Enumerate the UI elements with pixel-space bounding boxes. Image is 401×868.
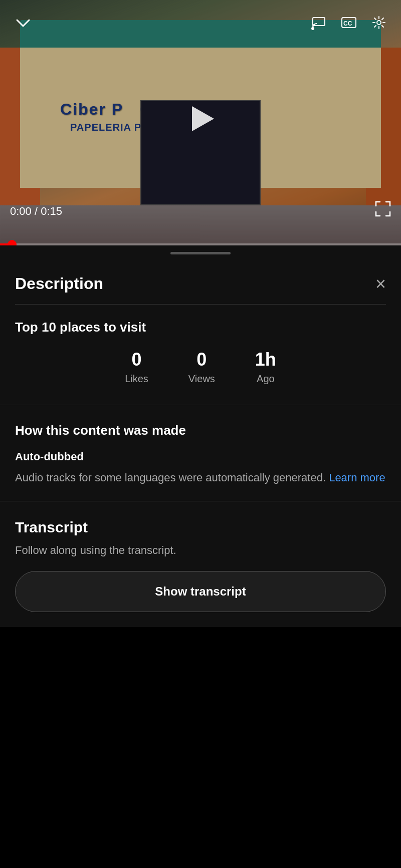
settings-icon[interactable] <box>371 15 387 34</box>
views-count: 0 <box>196 349 207 370</box>
video-player[interactable]: Ciber P OYO PAPELERIA PACPYA <box>0 0 401 245</box>
progress-dot <box>8 240 17 245</box>
content-made-heading: How this content was made <box>15 423 386 438</box>
views-label: Views <box>188 373 215 385</box>
content-made-section: How this content was made Auto-dubbed Au… <box>15 405 386 501</box>
cc-icon[interactable]: CC <box>341 15 357 34</box>
fullscreen-icon[interactable] <box>375 201 391 220</box>
drag-handle-bar <box>170 252 231 254</box>
stats-row: 0 Likes 0 Views 1h Ago <box>15 349 386 405</box>
transcript-section: Transcript Follow along using the transc… <box>15 501 386 627</box>
show-transcript-button[interactable]: Show transcript <box>15 571 386 612</box>
svg-point-1 <box>312 28 314 30</box>
svg-text:CC: CC <box>343 20 352 27</box>
video-title: Top 10 places to visit <box>15 305 386 349</box>
auto-dubbed-description: Audio tracks for some languages were aut… <box>15 469 386 486</box>
play-button[interactable] <box>180 99 221 139</box>
description-panel: Description × Top 10 places to visit 0 L… <box>0 260 401 627</box>
likes-count: 0 <box>131 349 141 370</box>
progress-fill <box>0 243 12 245</box>
transcript-description: Follow along using the transcript. <box>15 544 386 557</box>
views-stat: 0 Views <box>188 349 215 385</box>
learn-more-link[interactable]: Learn more <box>329 471 385 484</box>
close-icon[interactable]: × <box>375 275 386 293</box>
time-display: 0:00 / 0:15 <box>10 205 62 218</box>
auto-dubbed-label: Auto-dubbed <box>15 450 386 463</box>
transcript-heading: Transcript <box>15 519 386 536</box>
description-header: Description × <box>15 260 386 305</box>
likes-stat: 0 Likes <box>125 349 148 385</box>
likes-label: Likes <box>125 373 148 385</box>
cast-icon[interactable] <box>311 15 327 34</box>
time-ago-stat: 1h Ago <box>255 349 276 385</box>
drag-handle[interactable] <box>0 245 401 260</box>
time-ago-count: 1h <box>255 349 276 370</box>
svg-marker-5 <box>192 106 214 131</box>
chevron-down-icon[interactable] <box>14 14 32 35</box>
svg-point-4 <box>377 21 381 25</box>
video-progress-bar[interactable] <box>0 243 401 245</box>
description-title: Description <box>15 274 103 293</box>
time-ago-label: Ago <box>257 373 275 385</box>
